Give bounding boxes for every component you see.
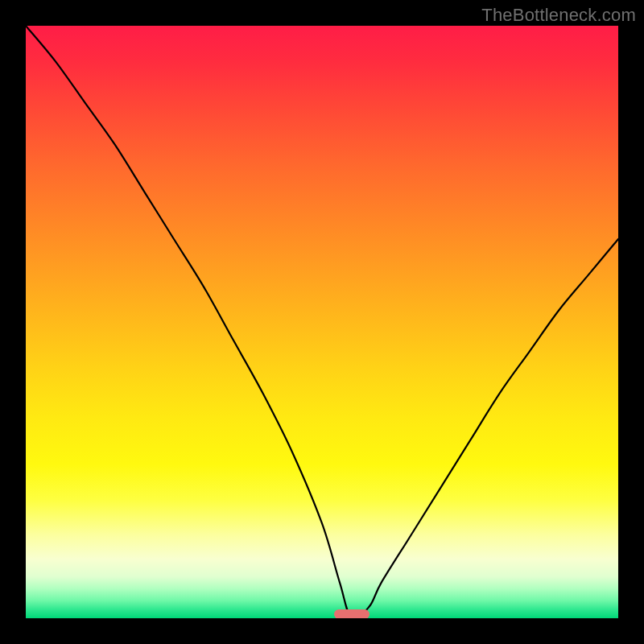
curve-svg [26, 26, 618, 618]
minimum-marker [334, 609, 369, 618]
plot-area [26, 26, 618, 618]
watermark-text: TheBottleneck.com [481, 5, 636, 26]
bottleneck-curve [26, 26, 618, 618]
chart-frame: TheBottleneck.com [0, 0, 644, 644]
